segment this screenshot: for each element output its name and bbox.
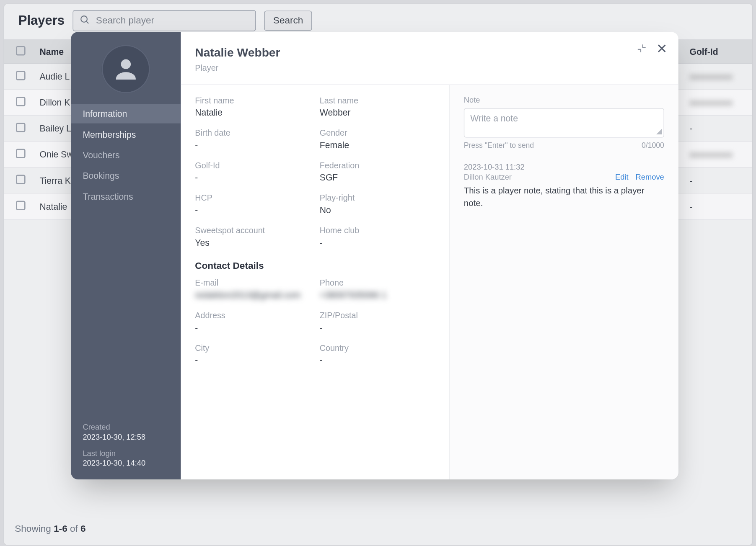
value: - xyxy=(320,355,435,365)
field-phone: Phone +38097935066 1 xyxy=(320,278,435,300)
field-city: City - xyxy=(195,343,310,365)
search-icon xyxy=(79,14,90,27)
field-sweetspot: Sweetspot account Yes xyxy=(195,226,310,247)
field-address: Address - xyxy=(195,311,310,332)
sidebar-item-bookings[interactable]: Bookings xyxy=(71,166,181,185)
field-home-club: Home club - xyxy=(320,226,435,247)
value: SGF xyxy=(320,173,435,183)
modal-header: Natalie Webber Player xyxy=(181,32,678,84)
modal-sidebar: Information Memberships Vouchers Booking… xyxy=(71,32,181,479)
row-checkbox[interactable] xyxy=(16,123,26,132)
label: ZIP/Postal xyxy=(320,311,435,320)
sidebar-item-information[interactable]: Information xyxy=(71,104,181,124)
label: City xyxy=(195,343,310,353)
field-zip: ZIP/Postal - xyxy=(320,311,435,332)
column-golf-id[interactable]: Golf-Id xyxy=(689,46,740,57)
field-birth-date: Birth date - xyxy=(195,128,310,150)
row-checkbox[interactable] xyxy=(16,97,26,106)
sidebar-item-transactions[interactable]: Transactions xyxy=(71,187,181,206)
note-item: 2023-10-31 11:32 Dillon Kautzer Edit Rem… xyxy=(464,162,664,210)
svg-point-2 xyxy=(121,59,131,69)
label: Last name xyxy=(320,95,435,105)
search-input-wrapper[interactable] xyxy=(73,10,256,31)
search-input[interactable] xyxy=(96,15,250,26)
minimize-icon[interactable] xyxy=(636,43,647,54)
pager-prefix: Showing xyxy=(15,524,54,534)
note-label: Note xyxy=(464,95,664,104)
value: - xyxy=(195,173,310,183)
svg-line-1 xyxy=(87,21,89,23)
label: Country xyxy=(320,343,435,353)
note-hint: Press "Enter" to send xyxy=(464,141,534,149)
row-checkbox[interactable] xyxy=(16,175,26,184)
modal-main: Natalie Webber Player First name xyxy=(181,32,678,479)
resize-grip-icon[interactable]: ◢ xyxy=(655,129,663,134)
player-role: Player xyxy=(195,63,663,73)
field-federation: Federation SGF xyxy=(320,161,435,183)
label: Gender xyxy=(320,128,435,138)
value: - xyxy=(320,237,435,247)
cell-golf-id: - xyxy=(689,124,740,134)
search-button[interactable]: Search xyxy=(264,10,312,31)
select-all-checkbox[interactable] xyxy=(16,46,26,56)
field-hcp: HCP - xyxy=(195,193,310,215)
pager-of: of xyxy=(67,524,80,534)
field-golf-id: Golf-Id - xyxy=(195,161,310,183)
cell-golf-id: ●●●●●●●● xyxy=(689,72,740,82)
close-icon[interactable] xyxy=(656,43,668,54)
note-counter: 0/1000 xyxy=(642,141,664,149)
label: Play-right xyxy=(320,193,435,203)
value: Natalie xyxy=(195,108,310,118)
pager-total: 6 xyxy=(80,524,86,534)
row-checkbox[interactable] xyxy=(16,149,26,158)
label: Golf-Id xyxy=(195,161,310,170)
value: Yes xyxy=(195,237,310,247)
value: Webber xyxy=(320,108,435,118)
value: redaktion2013@gmail.com xyxy=(195,290,310,300)
note-timestamp: 2023-10-31 11:32 xyxy=(464,162,664,171)
field-first-name: First name Natalie xyxy=(195,95,310,117)
note-author: Dillon Kautzer xyxy=(464,173,512,181)
row-checkbox[interactable] xyxy=(16,71,26,80)
svg-point-0 xyxy=(81,16,88,22)
note-input[interactable] xyxy=(470,113,658,130)
value: - xyxy=(195,205,310,215)
sidebar-item-memberships[interactable]: Memberships xyxy=(71,125,181,144)
label: Phone xyxy=(320,278,435,288)
note-text: This is a player note, stating that this… xyxy=(464,185,664,209)
field-gender: Gender Female xyxy=(320,128,435,150)
label: Birth date xyxy=(195,128,310,138)
row-checkbox[interactable] xyxy=(16,201,26,210)
contact-heading: Contact Details xyxy=(195,260,435,271)
label: Federation xyxy=(320,161,435,170)
note-input-wrapper[interactable]: ◢ xyxy=(464,108,664,138)
cell-golf-id: - xyxy=(689,175,740,185)
avatar xyxy=(102,45,150,93)
note-remove-link[interactable]: Remove xyxy=(636,173,664,181)
label: Home club xyxy=(320,226,435,235)
sidebar-item-vouchers[interactable]: Vouchers xyxy=(71,145,181,165)
field-email: E-mail redaktion2013@gmail.com xyxy=(195,278,310,300)
page-title: Players xyxy=(18,13,65,28)
field-country: Country - xyxy=(320,343,435,365)
label: Address xyxy=(195,311,310,320)
info-panel: First name Natalie Last name Webber Birt… xyxy=(181,85,449,479)
cell-golf-id: ●●●●●●●● xyxy=(689,149,740,160)
value: - xyxy=(195,355,310,365)
value: - xyxy=(195,322,310,332)
created-value: 2023-10-30, 12:58 xyxy=(83,433,169,442)
value: +38097935066 1 xyxy=(320,290,435,300)
player-detail-modal: Information Memberships Vouchers Booking… xyxy=(71,32,678,479)
notes-panel: Note ◢ Press "Enter" to send 0/1000 2023… xyxy=(449,85,678,479)
field-last-name: Last name Webber xyxy=(320,95,435,117)
value: - xyxy=(320,322,435,332)
last-login-value: 2023-10-30, 14:40 xyxy=(83,459,169,468)
last-login-label: Last login xyxy=(83,449,169,458)
cell-golf-id: - xyxy=(689,201,740,211)
note-edit-link[interactable]: Edit xyxy=(615,173,629,181)
value: No xyxy=(320,205,435,215)
created-label: Created xyxy=(83,423,169,432)
label: HCP xyxy=(195,193,310,203)
value: - xyxy=(195,140,310,150)
value: Female xyxy=(320,140,435,150)
